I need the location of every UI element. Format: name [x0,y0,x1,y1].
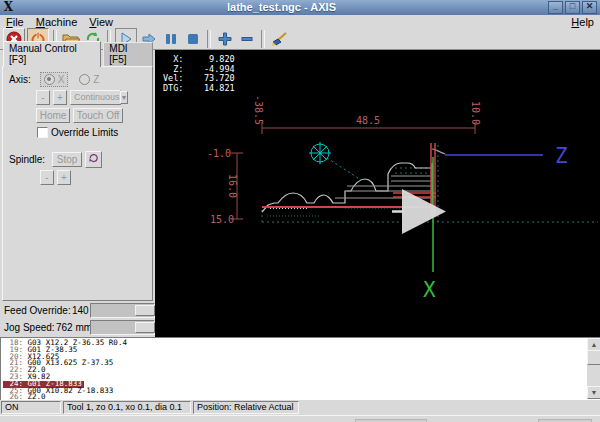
tab-manual-control[interactable]: Manual Control [F3] [3,41,101,67]
gcode-line-code: Z2.0 [28,392,46,400]
override-limits-label: Override Limits [51,127,118,138]
manual-control-panel: Manual Control [F3] MDI [F5] Axis: XZ - … [0,50,155,337]
gcode-lines: 18: G03 X12.2 Z-36.35 R0.4 19: G01 Z-38.… [3,340,586,400]
chevron-down-icon[interactable]: ▼ [120,91,129,104]
dim-top: -1.0 [207,148,231,159]
window-icon[interactable]: X [2,1,15,14]
x-axis-label: X [423,278,436,302]
taskbar-sliver [0,415,600,422]
axis-radio-x[interactable]: X [40,72,69,87]
pause-icon [163,31,179,47]
gcode-scrollbar[interactable]: ▲ ▼ [587,338,600,399]
close-button[interactable]: ✕ [582,1,597,14]
tool-info-status: Tool 1, zo 0.1, xo 0.1, dia 0.1 [63,401,191,414]
preview-plot[interactable]: X: 9.820 Z: -4.994 Vel: 73.720 DTG: 14.8… [155,50,600,337]
axis-radio-label: Z [93,74,99,85]
feed-override-label: Feed Override: [4,305,71,316]
jog-mode-select[interactable]: Continuous ▼ [70,90,121,105]
clear-plot-button[interactable] [269,29,289,49]
gcode-listing[interactable]: 18: G03 X12.2 Z-36.35 R0.4 19: G01 Z-38.… [0,337,600,400]
menu-help[interactable]: Help [565,16,600,28]
title-bar: X lathe_test.ngc - AXIS _ □ ✕ [0,0,600,15]
main-area: Manual Control [F3] MDI [F5] Axis: XZ - … [0,50,600,337]
axis-label: Axis: [9,74,31,85]
dim-bottom: 15.0 [210,214,234,225]
spindle-plus-button[interactable]: + [57,170,71,185]
axis-radio-label: X [58,74,65,85]
jog-speed-label: Jog Speed: [4,322,55,333]
broom-icon [270,31,288,47]
window-title: lathe_test.ngc - AXIS [15,0,548,15]
spindle-forward-button[interactable] [85,151,102,168]
radio-icon[interactable] [79,74,90,85]
spindle-stop-button[interactable]: Stop [52,152,82,167]
touch-off-button[interactable]: Touch Off [73,108,123,123]
position-mode-status: Position: Relative Actual [193,401,299,414]
gcode-line-number: 26: [5,392,28,400]
pause-button[interactable] [161,29,181,49]
stop-icon [185,31,201,47]
jog-speed-slider-thumb[interactable] [135,322,155,333]
dimension-labels: 48.5 -38.5 10.0 -1.0 16.0 15.0 [207,95,481,225]
toolbar-separator [207,30,211,48]
menu-view[interactable]: View [83,16,119,28]
maximize-button[interactable]: □ [565,1,580,14]
spindle-minus-button[interactable]: - [40,170,54,185]
zoom-out-button[interactable] [237,29,257,49]
dim-width: 48.5 [356,115,380,126]
menu-machine[interactable]: Machine [30,16,84,28]
dim-height: 16.0 [227,174,238,198]
scroll-down-icon[interactable]: ▼ [587,386,600,399]
menu-file[interactable]: File [0,16,30,28]
jog-mode-value: Continuous [74,91,120,104]
tool-marker-icon [309,142,361,180]
z-axis-label: Z [555,144,568,168]
spindle-label: Spindle: [9,154,45,165]
toolpath-canvas: 48.5 -38.5 10.0 -1.0 16.0 15.0 [155,50,600,337]
manual-control-frame: Axis: XZ - + Continuous ▼ Home Touch Off… [2,66,153,301]
minimize-button[interactable]: _ [548,1,563,14]
axis-radio-z[interactable]: Z [76,72,102,87]
dim-right: 10.0 [470,101,481,125]
axis-radio-group: XZ [40,72,103,87]
spindle-rotate-icon [88,152,99,163]
override-limits-checkbox[interactable] [37,127,48,138]
dro-readout: X: 9.820 Z: -4.994 Vel: 73.720 DTG: 14.8… [163,55,235,93]
minus-icon [239,31,255,47]
jog-minus-button[interactable]: - [36,90,50,105]
plus-icon [217,31,233,47]
tab-mdi[interactable]: MDI [F5] [103,42,153,67]
profile-hatch-lines [335,176,432,198]
status-bar: ON Tool 1, zo 0.1, xo 0.1, dia 0.1 Posit… [0,400,600,415]
jog-speed-slider[interactable] [90,320,155,335]
home-button[interactable]: Home [36,108,70,123]
machine-state-status: ON [1,401,61,414]
menu-bar: FileMachineView Help [0,15,600,29]
scrollbar-thumb[interactable] [587,350,600,365]
radio-icon[interactable] [44,74,55,85]
stop-button[interactable] [183,29,203,49]
dim-left: -38.5 [253,95,264,125]
zoom-in-button[interactable] [215,29,235,49]
jog-plus-button[interactable]: + [53,90,67,105]
menubar-right: Help [565,16,600,28]
toolbar-separator [261,30,265,48]
feed-override-slider-thumb[interactable] [135,305,155,316]
menubar-left: FileMachineView [0,16,565,28]
feed-override-slider[interactable] [90,303,155,318]
